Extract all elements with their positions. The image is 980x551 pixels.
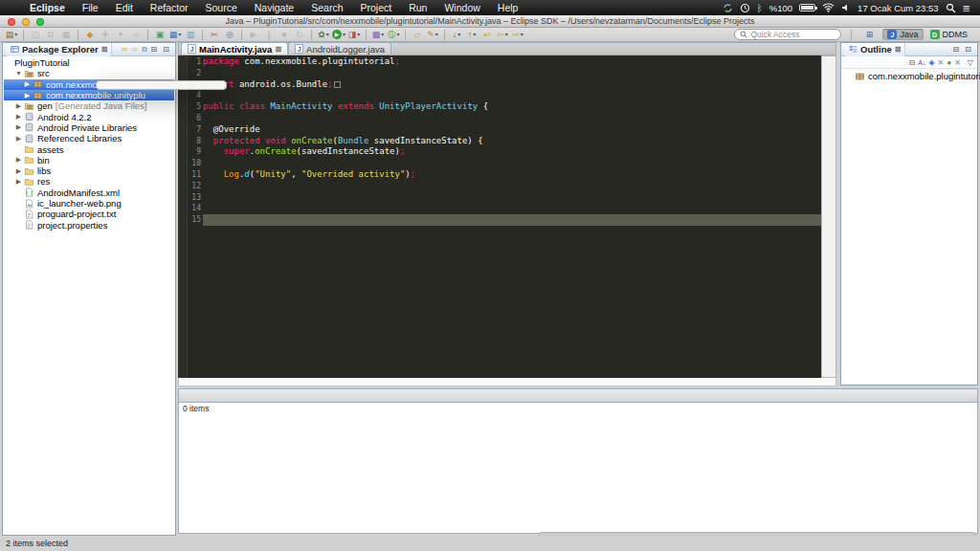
forward-history-icon[interactable]: ⇨	[131, 45, 138, 54]
tree-item-libs[interactable]: ▶libs	[4, 165, 174, 176]
close-outline-icon[interactable]: ⊠	[895, 45, 902, 54]
package-explorer-tab[interactable]: Package Explorer ⊠	[7, 43, 112, 56]
collapsed-arrow-icon[interactable]: ▶	[14, 167, 23, 175]
tree-item-src[interactable]: ▼src	[4, 68, 174, 78]
menubar-item-eclipse[interactable]: Eclipse	[21, 0, 74, 15]
lint-icon[interactable]: ✂	[208, 29, 221, 41]
menubar-item-window[interactable]: Window	[435, 0, 488, 15]
maximize-outline-icon[interactable]: ⊡	[965, 45, 973, 54]
open-type-icon[interactable]: ◎	[223, 29, 236, 41]
code-line-14[interactable]: 14	[203, 203, 821, 214]
prev-annotation-icon[interactable]: ↑▾	[465, 29, 479, 41]
bluetooth-icon[interactable]: ᛒ	[757, 2, 763, 13]
zoom-window-button[interactable]	[36, 18, 44, 26]
menubar-item-project[interactable]: Project	[352, 0, 401, 15]
sort-icon[interactable]: A↓	[918, 59, 925, 66]
tree-item-android-4-2-2[interactable]: ▶Android 4.2.2	[4, 111, 174, 121]
close-window-button[interactable]	[8, 18, 15, 26]
last-edit-icon[interactable]: ↩	[480, 29, 494, 41]
back-history-icon[interactable]: ⇦	[121, 45, 127, 54]
collapsed-arrow-icon[interactable]: ▶	[14, 113, 23, 121]
collapsed-arrow-icon[interactable]: ▶	[23, 80, 32, 88]
notification-center-icon[interactable]: ≣	[963, 2, 970, 13]
code-line-7[interactable]: 7 @Override	[203, 124, 821, 136]
code-line-12[interactable]: 12	[203, 181, 821, 192]
link-with-editor-icon[interactable]: ⧉	[142, 45, 147, 55]
skip-breakpoints-icon[interactable]: ◆	[83, 29, 97, 41]
tree-item-project-properties[interactable]: project.properties	[4, 219, 174, 230]
menubar-item-search[interactable]: Search	[302, 0, 351, 15]
menubar-item-refactor[interactable]: Refactor	[142, 0, 197, 15]
tree-item-com-nexxmobile-unityplu[interactable]: ▶com.nexxmobile.unityplu	[4, 90, 174, 100]
perspective-button-ddms[interactable]: DDDMS	[925, 29, 973, 40]
tree-item-res[interactable]: ▶res	[4, 176, 174, 187]
tree-item-proguard-project-txt[interactable]: proguard-project.txt	[4, 209, 174, 219]
open-perspective-icon[interactable]: ⊞	[862, 29, 876, 41]
overview-ruler[interactable]	[821, 55, 836, 378]
wifi-icon[interactable]	[822, 2, 835, 13]
menubar-item-edit[interactable]: Edit	[107, 0, 142, 15]
problems-table-body[interactable]	[179, 426, 977, 521]
code-line-15[interactable]: 15	[203, 214, 821, 226]
maximize-view-icon[interactable]: ⊡	[163, 45, 171, 54]
code-line-6[interactable]: 6	[203, 113, 821, 124]
perspective-button-java[interactable]: JJava	[882, 29, 923, 40]
collapsed-arrow-icon[interactable]: ▶	[14, 102, 23, 110]
annotate-icon[interactable]: ✎▾	[426, 29, 439, 41]
collapsed-arrow-icon[interactable]: ▶	[14, 135, 23, 143]
code-line-4[interactable]: 4	[203, 90, 821, 101]
editor-horizontal-scrollbar[interactable]	[178, 378, 836, 386]
code-line-2[interactable]: 2	[203, 68, 821, 79]
tree-item-referenced-libraries[interactable]: ▶Referenced Libraries	[4, 133, 174, 143]
minimize-view-icon[interactable]: ⊟	[151, 45, 160, 54]
expanded-arrow-icon[interactable]: ▼	[14, 70, 23, 77]
tree-item-bin[interactable]: ▶bin	[4, 155, 174, 165]
code-line-3[interactable]: 3import android.os.Bundle;	[203, 79, 821, 91]
outline-tab[interactable]: Outline ⊠	[845, 43, 905, 56]
code-line-9[interactable]: 9 super.onCreate(savedInstanceState);	[203, 146, 821, 158]
forward-icon[interactable]: ⇨▾	[511, 29, 524, 41]
folded-region-icon[interactable]	[334, 81, 341, 88]
tree-item-android-private-libraries[interactable]: ▶Android Private Libraries	[4, 122, 174, 133]
open-resource-icon[interactable]: ▱	[411, 29, 424, 41]
quick-access-input[interactable]: Quick Access	[734, 29, 841, 40]
hide-static-icon[interactable]: ✕	[938, 58, 945, 67]
minimize-outline-icon[interactable]: ⊟	[953, 45, 962, 54]
hide-fields-icon[interactable]: ◈	[928, 58, 934, 67]
collapse-all-icon[interactable]: ⊟	[909, 58, 916, 67]
back-icon[interactable]: ⇦▾	[496, 29, 509, 41]
menubar-item-help[interactable]: Help	[489, 0, 527, 15]
code-editor[interactable]: 1package com.nexxmobile.plugintutorial;2…	[178, 55, 821, 378]
collapsed-arrow-icon[interactable]: ▶	[14, 123, 23, 131]
code-line-5[interactable]: 5public class MainActivity extends Unity…	[203, 101, 821, 113]
collapsed-arrow-icon[interactable]: ▶	[23, 92, 32, 99]
tree-item-assets[interactable]: assets	[4, 143, 174, 154]
collapsed-arrow-icon[interactable]: ▶	[14, 156, 23, 164]
new-android-project-icon[interactable]: ▣	[153, 29, 167, 41]
new-wizard-icon[interactable]: ▤▾	[5, 29, 18, 41]
code-line-8[interactable]: 8 protected void onCreate(Bundle savedIn…	[203, 136, 821, 147]
battery-icon[interactable]	[799, 2, 815, 13]
close-tab-icon[interactable]: ⊠	[275, 45, 281, 54]
editor-tab-androidlogger-java[interactable]: JAndroidLogger.java	[288, 42, 391, 55]
code-line-13[interactable]: 13	[203, 192, 821, 204]
next-annotation-icon[interactable]: ↓▾	[450, 29, 463, 41]
sync-status-icon[interactable]	[723, 2, 733, 13]
debug-icon[interactable]: ✿▾	[317, 29, 330, 41]
outline-item-com-nexxmobile-plugintutorial[interactable]: com.nexxmobile.plugintutorial	[841, 71, 977, 81]
menubar-item-navigate[interactable]: Navigate	[246, 0, 302, 15]
sdk-manager-icon[interactable]: ▦▾	[168, 29, 182, 41]
menubar-clock[interactable]: 17 Ocak Cum 23:53	[858, 3, 939, 13]
time-machine-icon[interactable]	[740, 2, 750, 13]
close-view-icon[interactable]: ⊠	[101, 45, 108, 54]
avd-manager-icon[interactable]: ▥	[184, 29, 197, 41]
editor-tab-mainactivity-java[interactable]: JMainActivity.java⊠	[181, 42, 288, 55]
volume-icon[interactable]	[841, 2, 851, 13]
run-icon[interactable]: ▶▾	[332, 29, 345, 41]
coverage-icon[interactable]: ▩▾	[371, 29, 385, 41]
code-line-10[interactable]: 10	[203, 158, 821, 169]
tree-item-ic-launcher-web-png[interactable]: ic_launcher-web.png	[4, 198, 174, 209]
window-titlebar[interactable]: Java – PluginTutorial/src/com/nexxmobile…	[0, 15, 980, 28]
tree-item-androidmanifest-xml[interactable]: AndroidManifest.xml	[4, 187, 174, 198]
view-menu-icon[interactable]: ▽	[968, 58, 973, 67]
